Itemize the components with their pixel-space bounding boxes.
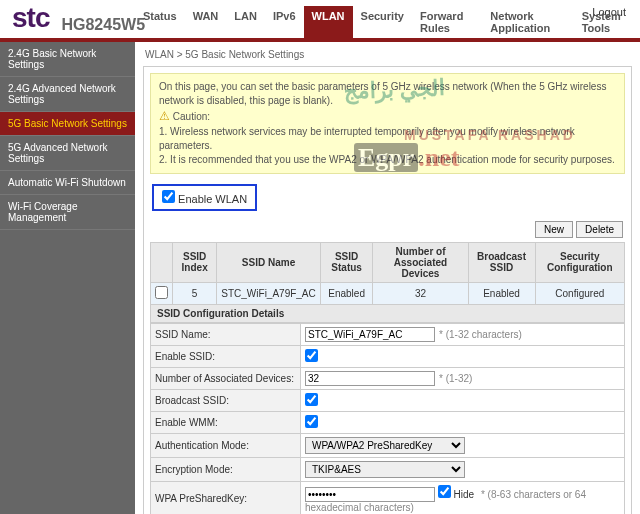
breadcrumb: WLAN > 5G Basic Network Settings: [143, 46, 632, 66]
col-assoc-devices: Number of Associated Devices: [373, 242, 468, 282]
sidebar: 2.4G Basic Network Settings 2.4G Advance…: [0, 42, 135, 514]
cell-index: 5: [173, 282, 217, 304]
col-ssid-name: SSID Name: [217, 242, 320, 282]
enable-wlan-checkbox[interactable]: [162, 190, 175, 203]
enable-wlan-box: Enable WLAN: [152, 184, 257, 211]
ssid-table-row[interactable]: 5 STC_WiFi_A79F_AC Enabled 32 Enabled Co…: [151, 282, 625, 304]
tab-ipv6[interactable]: IPv6: [265, 6, 304, 38]
tab-lan[interactable]: LAN: [226, 6, 265, 38]
sidebar-item-24g-advanced[interactable]: 2.4G Advanced Network Settings: [0, 77, 135, 112]
enable-wlan-label: Enable WLAN: [178, 193, 247, 205]
tab-network-application[interactable]: Network Application: [482, 6, 573, 38]
hint-assoc-devices: * (1-32): [439, 373, 472, 384]
cell-broadcast: Enabled: [468, 282, 535, 304]
col-security: Security Configuration: [535, 242, 624, 282]
config-form: SSID Name: * (1-32 characters) Enable SS…: [150, 323, 625, 514]
brand-logo: stc: [12, 2, 49, 38]
caution-label: Caution:: [173, 111, 210, 122]
table-button-row: New Delete: [152, 221, 623, 238]
col-ssid-index: SSID Index: [173, 242, 217, 282]
cell-devices: 32: [373, 282, 468, 304]
checkbox-broadcast-ssid[interactable]: [305, 393, 318, 406]
notice-intro: On this page, you can set the basic para…: [159, 80, 616, 108]
label-assoc-devices: Number of Associated Devices:: [151, 367, 301, 389]
caution-icon: ⚠: [159, 109, 170, 123]
notice-line-2: 2. It is recommended that you use the WP…: [159, 153, 616, 167]
checkbox-enable-wmm[interactable]: [305, 415, 318, 428]
tab-wlan[interactable]: WLAN: [304, 6, 353, 38]
input-psk[interactable]: [305, 487, 435, 502]
cell-status: Enabled: [320, 282, 373, 304]
checkbox-enable-ssid[interactable]: [305, 349, 318, 362]
main: 2.4G Basic Network Settings 2.4G Advance…: [0, 42, 640, 514]
notice-line-1: 1. Wireless network services may be inte…: [159, 125, 616, 153]
tab-security[interactable]: Security: [353, 6, 412, 38]
top-nav: Status WAN LAN IPv6 WLAN Security Forwar…: [135, 6, 640, 38]
tab-forward-rules[interactable]: Forward Rules: [412, 6, 482, 38]
header: stc HG8245W5 Logout Status WAN LAN IPv6 …: [0, 0, 640, 42]
label-auth-mode: Authentication Mode:: [151, 433, 301, 457]
sidebar-item-coverage[interactable]: Wi-Fi Coverage Management: [0, 195, 135, 230]
label-enable-ssid: Enable SSID:: [151, 345, 301, 367]
sidebar-item-5g-advanced[interactable]: 5G Advanced Network Settings: [0, 136, 135, 171]
ssid-table-header: SSID Index SSID Name SSID Status Number …: [151, 242, 625, 282]
label-psk: WPA PreSharedKey:: [151, 481, 301, 514]
tab-status[interactable]: Status: [135, 6, 185, 38]
content: WLAN > 5G Basic Network Settings الجي بر…: [135, 42, 640, 514]
checkbox-hide-psk[interactable]: [438, 485, 451, 498]
label-enable-wmm: Enable WMM:: [151, 411, 301, 433]
select-enc-mode[interactable]: TKIP&AES: [305, 461, 465, 478]
col-broadcast: Broadcast SSID: [468, 242, 535, 282]
hint-ssid-name: * (1-32 characters): [439, 329, 522, 340]
cell-name: STC_WiFi_A79F_AC: [217, 282, 320, 304]
notice-box: On this page, you can set the basic para…: [150, 73, 625, 174]
new-button[interactable]: New: [535, 221, 573, 238]
cell-security: Configured: [535, 282, 624, 304]
sidebar-item-24g-basic[interactable]: 2.4G Basic Network Settings: [0, 42, 135, 77]
col-ssid-status: SSID Status: [320, 242, 373, 282]
label-enc-mode: Encryption Mode:: [151, 457, 301, 481]
ssid-table: SSID Index SSID Name SSID Status Number …: [150, 242, 625, 305]
input-ssid-name[interactable]: [305, 327, 435, 342]
sidebar-item-5g-basic[interactable]: 5G Basic Network Settings: [0, 112, 135, 136]
sidebar-item-auto-shutdown[interactable]: Automatic Wi-Fi Shutdown: [0, 171, 135, 195]
delete-button[interactable]: Delete: [576, 221, 623, 238]
tab-system-tools[interactable]: System Tools: [574, 6, 640, 38]
row-select-checkbox[interactable]: [155, 286, 168, 299]
label-broadcast-ssid: Broadcast SSID:: [151, 389, 301, 411]
content-box: الجي برامج MUSTAFA RASHAD Egpr.net On th…: [143, 66, 632, 514]
select-auth-mode[interactable]: WPA/WPA2 PreSharedKey: [305, 437, 465, 454]
tab-wan[interactable]: WAN: [185, 6, 227, 38]
model-number: HG8245W5: [61, 16, 145, 38]
label-ssid-name: SSID Name:: [151, 323, 301, 345]
label-hide: Hide: [454, 489, 475, 500]
input-assoc-devices[interactable]: [305, 371, 435, 386]
details-title: SSID Configuration Details: [150, 305, 625, 323]
